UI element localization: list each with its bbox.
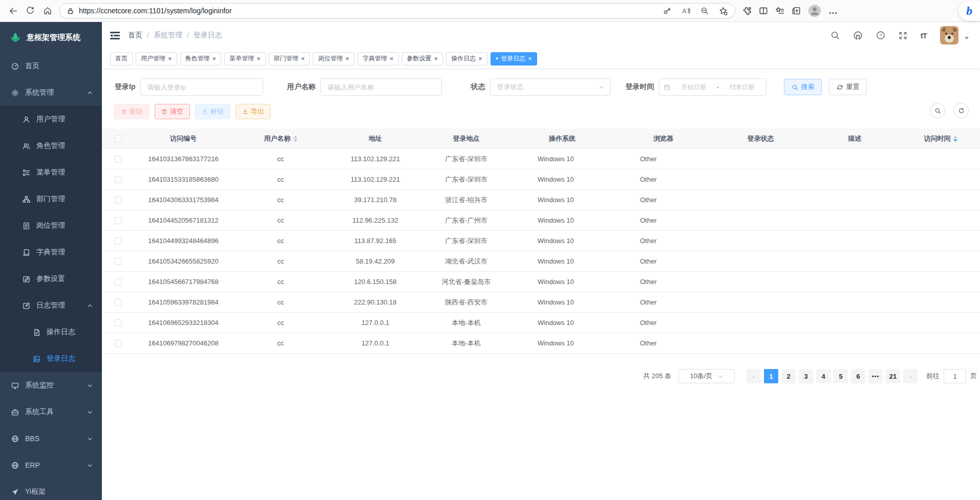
content-tab[interactable]: 参数设置 × bbox=[402, 52, 443, 66]
end-date-placeholder[interactable]: 结束日期 bbox=[722, 83, 762, 92]
sort-icon-active-desc[interactable] bbox=[953, 136, 957, 142]
row-checkbox[interactable] bbox=[115, 319, 122, 327]
row-checkbox[interactable] bbox=[115, 278, 122, 286]
row-checkbox[interactable] bbox=[115, 258, 122, 265]
sidebar-item-post-mgmt[interactable]: 岗位管理 bbox=[0, 212, 102, 239]
sidebar-item-role-mgmt[interactable]: 角色管理 bbox=[0, 133, 102, 159]
page-button[interactable]: 5 bbox=[834, 369, 848, 383]
browser-more-icon[interactable]: … bbox=[828, 8, 838, 13]
row-checkbox[interactable] bbox=[115, 340, 122, 347]
row-checkbox[interactable] bbox=[115, 197, 122, 204]
breadcrumb-system[interactable]: 系统管理 bbox=[154, 31, 182, 40]
content-tab[interactable]: 用户管理 × bbox=[136, 52, 177, 66]
table-row[interactable]: 1641053426655825920 cc 58.19.42.209 湖北省-… bbox=[102, 251, 980, 272]
table-row[interactable]: 1641044993248464896 cc 113.87.92.165 广东省… bbox=[102, 231, 980, 251]
col-visit-id[interactable]: 访问编号 bbox=[135, 134, 232, 143]
select-all-checkbox[interactable] bbox=[115, 135, 122, 142]
sort-icon[interactable] bbox=[293, 136, 297, 142]
content-tab[interactable]: 操作日志 × bbox=[446, 52, 487, 66]
sidebar-item-login-log[interactable]: 登录日志 bbox=[0, 345, 102, 372]
page-button[interactable]: 21 bbox=[886, 369, 900, 383]
password-key-icon[interactable] bbox=[663, 7, 671, 15]
page-button[interactable]: 3 bbox=[799, 369, 813, 383]
row-checkbox[interactable] bbox=[115, 237, 122, 245]
browser-home-icon[interactable] bbox=[39, 2, 56, 19]
export-button[interactable]: 导出 bbox=[236, 104, 271, 119]
table-row[interactable]: 1641031367863177216 cc 113.102.129.221 广… bbox=[102, 149, 980, 169]
menu-fold-icon[interactable] bbox=[110, 31, 120, 40]
page-button[interactable]: 6 bbox=[851, 369, 865, 383]
start-date-placeholder[interactable]: 开始日期 bbox=[673, 83, 714, 92]
avatar-caret-icon[interactable] bbox=[965, 37, 969, 41]
row-checkbox[interactable] bbox=[115, 176, 122, 183]
content-tab[interactable]: 首页 bbox=[110, 52, 133, 66]
page-button[interactable]: 1 bbox=[764, 369, 778, 383]
col-login-status[interactable]: 登录状态 bbox=[713, 134, 808, 143]
unlock-button[interactable]: 解锁 bbox=[195, 104, 230, 119]
sidebar-item-monitor[interactable]: 系统监控 bbox=[0, 372, 102, 399]
table-row[interactable]: 1641043063331753984 cc 39.171.210.78 浙江省… bbox=[102, 190, 980, 210]
content-tab[interactable]: 角色管理 × bbox=[180, 52, 222, 66]
browser-refresh-icon[interactable] bbox=[22, 2, 39, 19]
col-description[interactable]: 描述 bbox=[808, 134, 901, 143]
page-button[interactable]: ••• bbox=[868, 369, 883, 383]
tab-close-icon[interactable]: × bbox=[212, 55, 217, 62]
sidebar-item-dict-mgmt[interactable]: 字典管理 bbox=[0, 239, 102, 266]
github-icon[interactable] bbox=[853, 31, 863, 40]
tab-close-icon[interactable]: × bbox=[168, 55, 172, 62]
tab-close-icon[interactable]: × bbox=[301, 55, 305, 62]
address-bar[interactable]: https://ccnetcore.com:1101/system/log/lo… bbox=[59, 3, 735, 18]
tab-close-icon[interactable]: × bbox=[390, 55, 394, 62]
zoom-out-icon[interactable] bbox=[700, 7, 709, 15]
page-button[interactable]: › bbox=[903, 369, 918, 383]
user-avatar[interactable] bbox=[940, 26, 958, 45]
extensions-icon[interactable] bbox=[742, 6, 752, 15]
page-button[interactable]: 4 bbox=[816, 369, 830, 383]
add-favorite-icon[interactable] bbox=[719, 7, 728, 15]
page-button[interactable]: ‹ bbox=[747, 369, 761, 383]
tab-close-icon[interactable]: × bbox=[528, 55, 532, 62]
read-aloud-icon[interactable]: A bbox=[681, 7, 690, 15]
sidebar-item-menu-mgmt[interactable]: 菜单管理 bbox=[0, 159, 102, 186]
browser-back-icon[interactable] bbox=[4, 2, 22, 19]
content-tab[interactable]: 菜单管理 × bbox=[224, 52, 266, 66]
tab-close-icon[interactable]: × bbox=[257, 55, 261, 62]
table-row[interactable]: 1641059633978281984 cc 222.90.130.18 陕西省… bbox=[102, 292, 980, 313]
help-icon[interactable]: ? bbox=[876, 31, 885, 40]
sidebar-item-bbs[interactable]: BBS bbox=[0, 425, 102, 452]
date-range-picker[interactable]: 开始日期 - 结束日期 bbox=[659, 78, 766, 96]
user-name-input[interactable] bbox=[321, 78, 442, 96]
show-search-toggle-icon[interactable] bbox=[930, 103, 945, 118]
table-row[interactable]: 1641069798270046208 cc 127.0.0.1 本地-本机 W… bbox=[102, 333, 980, 354]
sidebar-item-yi-framework[interactable]: Yi框架 bbox=[0, 479, 102, 500]
content-tab[interactable]: 部门管理 × bbox=[269, 52, 310, 66]
bing-chat-icon[interactable]: b bbox=[958, 1, 980, 21]
table-row[interactable]: 1641031533185863680 cc 113.102.129.221 广… bbox=[102, 169, 980, 190]
sidebar-item-user-mgmt[interactable]: 用户管理 bbox=[0, 106, 102, 133]
sidebar-item-param-settings[interactable]: 参数设置 bbox=[0, 266, 102, 292]
tab-close-icon[interactable]: × bbox=[478, 55, 482, 62]
page-button[interactable]: 2 bbox=[781, 369, 796, 383]
content-tab[interactable]: 岗位管理 × bbox=[313, 52, 354, 66]
goto-page-input[interactable] bbox=[944, 369, 966, 383]
collections-icon[interactable] bbox=[792, 6, 801, 15]
site-security-lock-icon[interactable] bbox=[67, 8, 74, 14]
col-browser[interactable]: 浏览器 bbox=[613, 134, 713, 143]
col-visit-time[interactable]: 访问时间 bbox=[901, 134, 980, 143]
row-checkbox[interactable] bbox=[115, 217, 122, 224]
font-size-icon[interactable]: tT bbox=[921, 31, 927, 40]
tab-close-icon[interactable]: × bbox=[434, 55, 438, 62]
col-login-location[interactable]: 登录地点 bbox=[421, 134, 511, 143]
col-user-name[interactable]: 用户名称 bbox=[232, 134, 329, 143]
content-tab[interactable]: 字典管理 × bbox=[357, 52, 399, 66]
tab-close-icon[interactable]: × bbox=[345, 55, 349, 62]
login-status-select[interactable]: 登录状态 bbox=[490, 78, 611, 96]
search-button[interactable]: 搜索 bbox=[784, 79, 822, 95]
col-address[interactable]: 地址 bbox=[329, 134, 421, 143]
delete-button[interactable]: 删除 bbox=[114, 104, 150, 119]
sidebar-item-home[interactable]: 首页 bbox=[0, 53, 102, 79]
table-row[interactable]: 1641054566717984768 cc 120.6.150.158 河北省… bbox=[102, 272, 980, 292]
row-checkbox[interactable] bbox=[115, 299, 122, 306]
sidebar-item-dept-mgmt[interactable]: 部门管理 bbox=[0, 186, 102, 212]
row-checkbox[interactable] bbox=[115, 156, 122, 163]
